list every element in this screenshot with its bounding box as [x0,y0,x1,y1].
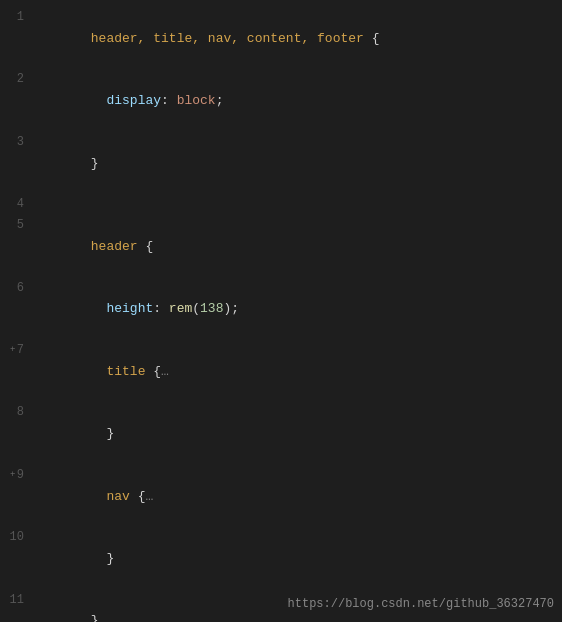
line-number-6: 6 [8,279,36,298]
line-content-6: height: rem(138); [44,279,562,341]
code-line-1: 1 header, title, nav, content, footer { [0,8,562,70]
code-line-4: 4 [0,195,562,216]
line-gutter-9: + 9 [8,466,44,485]
line-content-7: title {… [44,341,562,403]
line-gutter-11: 11 [8,591,44,610]
line-gutter-7: + 7 [8,341,44,360]
line-gutter-4: 4 [8,195,44,214]
line-content-1: header, title, nav, content, footer { [44,8,562,70]
line-content-9: nav {… [44,466,562,528]
code-line-8: 8 } [0,403,562,465]
code-line-3: 3 } [0,133,562,195]
collapse-btn-9[interactable]: + [10,465,15,486]
line-gutter-2: 2 [8,70,44,89]
line-number-4: 4 [8,195,36,214]
code-line-5: 5 header { [0,216,562,278]
line-gutter-6: 6 [8,279,44,298]
token-selector: header, title, nav, content, footer [91,31,372,46]
line-content-3: } [44,133,562,195]
code-line-6: 6 height: rem(138); [0,279,562,341]
line-gutter-10: 10 [8,528,44,547]
line-number-5: 5 [8,216,36,235]
line-content-2: display: block; [44,70,562,132]
line-gutter-8: 8 [8,403,44,422]
code-line-9: + 9 nav {… [0,466,562,528]
line-number-2: 2 [8,70,36,89]
line-content-8: } [44,403,562,465]
line-gutter-3: 3 [8,133,44,152]
code-line-7: + 7 title {… [0,341,562,403]
url-overlay: https://blog.csdn.net/github_36327470 [288,595,554,614]
line-gutter-5: 5 [8,216,44,235]
line-content-10: } [44,528,562,590]
line-number-10: 10 [8,528,36,547]
line-content-5: header { [44,216,562,278]
line-gutter-1: 1 [8,8,44,27]
collapse-btn-7[interactable]: + [10,340,15,361]
code-line-2: 2 display: block; [0,70,562,132]
line-number-3: 3 [8,133,36,152]
code-editor: 1 header, title, nav, content, footer { … [0,0,562,622]
line-number-11: 11 [8,591,36,610]
code-line-10: 10 } [0,528,562,590]
line-number-8: 8 [8,403,36,422]
line-number-1: 1 [8,8,36,27]
